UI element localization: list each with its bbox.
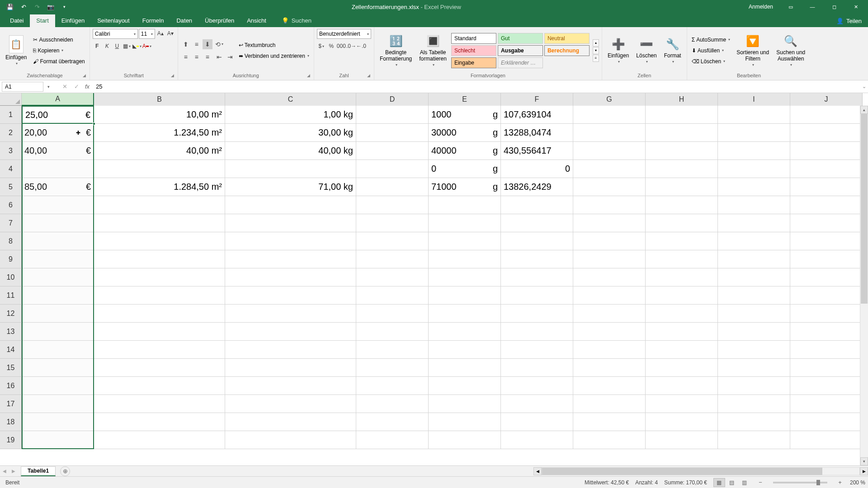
normal-view-button[interactable]: ▦	[713, 478, 725, 487]
cell-B8[interactable]	[94, 232, 225, 250]
cell-B12[interactable]	[94, 305, 225, 323]
row-header-19[interactable]: 19	[0, 431, 22, 449]
italic-button[interactable]: K	[103, 42, 112, 51]
cell-I14[interactable]	[718, 341, 790, 359]
delete-cells-button[interactable]: ➖Löschen▾	[633, 36, 659, 65]
cell-J12[interactable]	[790, 305, 863, 323]
cell-A13[interactable]	[22, 323, 94, 341]
cell-D6[interactable]	[356, 196, 429, 214]
cell-J19[interactable]	[790, 431, 863, 449]
align-bottom-button[interactable]: ⬇	[203, 39, 212, 49]
font-color-button[interactable]: A▾	[142, 42, 151, 51]
cell-B14[interactable]	[94, 341, 225, 359]
cell-A5[interactable]: 85,00€	[22, 178, 94, 196]
cell-G15[interactable]	[573, 359, 646, 377]
cell-B6[interactable]	[94, 196, 225, 214]
cell-E15[interactable]	[429, 359, 501, 377]
cell-D9[interactable]	[356, 250, 429, 268]
clear-button[interactable]: ⌫Löschen▾	[690, 56, 732, 66]
cell-J16[interactable]	[790, 377, 863, 395]
dialog-launcher-icon[interactable]: ◢	[83, 73, 86, 78]
cell-E2[interactable]: 30000g	[429, 124, 501, 142]
styles-scroll-up[interactable]: ▴	[593, 39, 599, 47]
cell-C1[interactable]: 1,00 kg	[225, 106, 356, 124]
tell-me-search[interactable]: 💡 Suchen	[282, 14, 311, 27]
align-middle-button[interactable]: ≡	[192, 39, 202, 49]
tab-insert[interactable]: Einfügen	[55, 14, 91, 27]
font-name-combo[interactable]: Calibri▾	[93, 29, 138, 39]
cell-B2[interactable]: 1.234,50 m²	[94, 124, 225, 142]
cell-D3[interactable]	[356, 142, 429, 160]
zoom-slider[interactable]	[773, 482, 827, 483]
cell-A12[interactable]	[22, 305, 94, 323]
cell-F10[interactable]	[501, 268, 573, 286]
select-all-button[interactable]	[0, 93, 22, 106]
column-header-J[interactable]: J	[790, 93, 863, 106]
cell-D4[interactable]	[356, 160, 429, 178]
name-box[interactable]: A1	[2, 82, 43, 92]
styles-scroll-down[interactable]: ▾	[593, 47, 599, 54]
column-header-H[interactable]: H	[646, 93, 718, 106]
add-sheet-button[interactable]: ⊕	[60, 466, 70, 476]
cell-A4[interactable]	[22, 160, 94, 178]
cell-E7[interactable]	[429, 214, 501, 232]
cell-E17[interactable]	[429, 395, 501, 413]
style-good[interactable]: Gut	[498, 33, 543, 44]
merge-center-button[interactable]: ⬌Verbinden und zentrieren▾	[237, 51, 311, 61]
cell-C2[interactable]: 30,00 kg	[225, 124, 356, 142]
format-cells-button[interactable]: 🔧Format▾	[661, 36, 684, 65]
cell-H4[interactable]	[646, 160, 718, 178]
cell-A15[interactable]	[22, 359, 94, 377]
cell-A10[interactable]	[22, 268, 94, 286]
enter-formula-icon[interactable]: ✓	[71, 82, 82, 92]
cell-J11[interactable]	[790, 286, 863, 305]
row-header-11[interactable]: 11	[0, 286, 22, 305]
row-header-9[interactable]: 9	[0, 250, 22, 268]
cell-H14[interactable]	[646, 341, 718, 359]
cell-G4[interactable]	[573, 160, 646, 178]
minimize-button[interactable]: —	[802, 0, 823, 14]
row-header-17[interactable]: 17	[0, 395, 22, 413]
cell-E12[interactable]	[429, 305, 501, 323]
wrap-text-button[interactable]: ↩Textumbruch	[237, 40, 311, 50]
row-header-7[interactable]: 7	[0, 214, 22, 232]
cell-H15[interactable]	[646, 359, 718, 377]
cell-A1[interactable]: 25,00€	[22, 106, 94, 124]
cell-H19[interactable]	[646, 431, 718, 449]
cell-G14[interactable]	[573, 341, 646, 359]
cell-F11[interactable]	[501, 286, 573, 305]
cell-styles-gallery[interactable]: Standard Gut Neutral Schlecht Ausgabe Be…	[451, 33, 590, 68]
cell-G12[interactable]	[573, 305, 646, 323]
cell-I9[interactable]	[718, 250, 790, 268]
undo-icon[interactable]: ↶	[17, 0, 30, 13]
cell-A9[interactable]	[22, 250, 94, 268]
cell-H11[interactable]	[646, 286, 718, 305]
cell-F8[interactable]	[501, 232, 573, 250]
cell-J1[interactable]	[790, 106, 863, 124]
dialog-launcher-icon[interactable]: ◢	[367, 73, 370, 78]
conditional-formatting-button[interactable]: 🔢Bedingte Formatierung▾	[377, 33, 415, 68]
cell-C11[interactable]	[225, 286, 356, 305]
cell-C12[interactable]	[225, 305, 356, 323]
cell-G17[interactable]	[573, 395, 646, 413]
cell-F12[interactable]	[501, 305, 573, 323]
cell-A2[interactable]: 20,00€	[22, 124, 94, 142]
cell-D2[interactable]	[356, 124, 429, 142]
hscroll-thumb[interactable]	[542, 468, 822, 475]
cell-G18[interactable]	[573, 413, 646, 431]
cell-J13[interactable]	[790, 323, 863, 341]
cell-D11[interactable]	[356, 286, 429, 305]
cell-D15[interactable]	[356, 359, 429, 377]
cut-button[interactable]: ✂Ausschneiden	[31, 35, 86, 45]
align-top-button[interactable]: ⬆	[181, 39, 191, 49]
cell-I10[interactable]	[718, 268, 790, 286]
cell-D13[interactable]	[356, 323, 429, 341]
cell-I19[interactable]	[718, 431, 790, 449]
cell-I12[interactable]	[718, 305, 790, 323]
cell-I16[interactable]	[718, 377, 790, 395]
cell-E8[interactable]	[429, 232, 501, 250]
tab-home[interactable]: Start	[30, 14, 55, 27]
cell-E6[interactable]	[429, 196, 501, 214]
cell-B1[interactable]: 10,00 m²	[94, 106, 225, 124]
cell-I8[interactable]	[718, 232, 790, 250]
